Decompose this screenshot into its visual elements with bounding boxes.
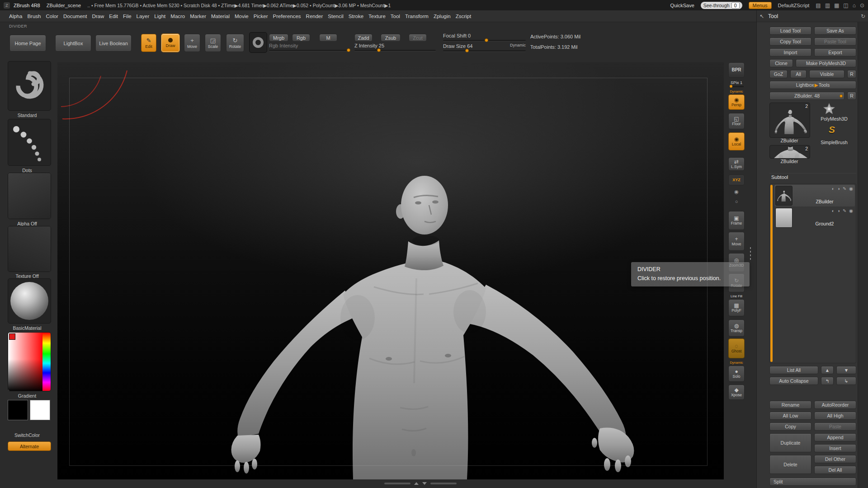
transp-button[interactable]: ◍ Transp (728, 319, 745, 337)
polyframe-button[interactable]: ▦ PolyF (728, 299, 745, 316)
append-button[interactable]: Append (814, 433, 856, 441)
tablet-icon[interactable]: ▦ (834, 3, 839, 8)
monitor-icon[interactable]: ▥ (825, 3, 830, 8)
spix-slider[interactable]: SPix 1 (727, 80, 745, 87)
menu-edit[interactable]: Edit (109, 14, 118, 19)
lsym-button[interactable]: ⇄ L.Sym (728, 157, 745, 171)
zsub-button[interactable]: Zsub (381, 34, 401, 42)
current-material-thumbnail[interactable] (8, 278, 51, 324)
place-in-tray-icon[interactable]: ↖ (760, 13, 764, 19)
brush-alpha-preview[interactable] (249, 32, 267, 53)
rgb-intensity-slider[interactable]: Rgb Intensity (269, 43, 350, 51)
menu-layer[interactable]: Layer (137, 14, 150, 19)
secondary-color-swatch[interactable] (30, 400, 50, 420)
menu-material[interactable]: Material (211, 14, 230, 19)
del-other-button[interactable]: Del Other (814, 455, 856, 463)
menu-preferences[interactable]: Preferences (273, 14, 301, 19)
goz-r-button[interactable]: R (847, 70, 856, 78)
tool-item-zbuilder-active[interactable]: 2 (769, 103, 810, 138)
duplicate-button[interactable]: Duplicate (769, 433, 811, 452)
z-intensity-handle[interactable] (377, 48, 381, 52)
polypaint-icon[interactable]: ◐ (832, 208, 835, 213)
current-brush-thumbnail[interactable] (8, 61, 51, 111)
home-page-button[interactable]: Home Page (9, 35, 46, 52)
current-texture-thumbnail[interactable] (8, 226, 51, 272)
see-through-slider[interactable]: See-through 0 (701, 2, 742, 9)
rgb-button[interactable]: Rgb (292, 34, 310, 42)
active-tool-slider[interactable]: ZBuilder. 48 (769, 92, 844, 100)
paste-subtool-button[interactable]: Paste (814, 422, 856, 431)
active-tool-slider-handle[interactable] (840, 94, 843, 98)
spix-track[interactable] (729, 86, 744, 87)
uv-icon[interactable]: ◑ (837, 208, 840, 213)
menu-marker[interactable]: Marker (190, 14, 206, 19)
canvas-scrollbar[interactable] (377, 480, 463, 487)
scale-mode-button[interactable]: ◲ Scale (205, 34, 221, 52)
alternate-button[interactable]: Alternate (8, 441, 51, 451)
persp-button[interactable]: ◉ Persp (728, 94, 745, 110)
goz-button[interactable]: GoZ (769, 70, 788, 78)
slider-r-button[interactable]: R (847, 92, 856, 100)
mrgb-button[interactable]: Mrgb (269, 34, 288, 42)
xpose-button[interactable]: ◆ Xpose (728, 385, 745, 400)
menu-picker[interactable]: Picker (254, 14, 268, 19)
menu-texture[interactable]: Texture (368, 14, 386, 19)
menu-movie[interactable]: Movie (235, 14, 249, 19)
menu-transform[interactable]: Transform (405, 14, 429, 19)
all-high-button[interactable]: All High (814, 412, 856, 420)
rgb-intensity-handle[interactable] (347, 48, 350, 52)
copy-tool-button[interactable]: Copy Tool (769, 38, 811, 46)
list-all-button[interactable]: List All (769, 366, 818, 374)
all-low-button[interactable]: All Low (769, 412, 811, 420)
draw-size-handle[interactable] (465, 49, 469, 52)
zoom-doc-icon[interactable]: ○ (732, 197, 741, 206)
load-tool-button[interactable]: Load Tool (769, 27, 811, 35)
menu-zscript[interactable]: Zscript (456, 14, 472, 19)
current-alpha-thumbnail[interactable] (8, 173, 51, 219)
insert-button[interactable]: Insert (814, 444, 856, 452)
tool-item-simplebrush[interactable]: S (826, 124, 837, 138)
menus-toggle-button[interactable]: Menus (749, 2, 772, 9)
fold-button[interactable]: ↰ (821, 377, 834, 385)
sliders-icon[interactable]: ▤ (816, 3, 821, 8)
quicksave-button[interactable]: QuickSave (670, 3, 694, 8)
z-intensity-track[interactable] (354, 50, 436, 51)
menu-brush[interactable]: Brush (27, 14, 41, 19)
menu-document[interactable]: Document (63, 14, 87, 19)
saturation-value-area[interactable] (8, 333, 43, 391)
focal-shift-track[interactable] (443, 40, 526, 41)
paste-tool-button[interactable]: Paste Tool (814, 38, 856, 46)
import-button[interactable]: Import (769, 48, 811, 56)
uv-icon[interactable]: ◑ (837, 186, 840, 191)
subtool-down-button[interactable]: ▼ (836, 366, 856, 374)
rgb-intensity-track[interactable] (269, 50, 350, 51)
menu-render[interactable]: Render (306, 14, 323, 19)
polypaint-icon[interactable]: ◐ (832, 186, 835, 191)
draw-mode-button[interactable]: Draw (161, 34, 179, 52)
zcut-button[interactable]: Zcut (409, 34, 427, 42)
save-as-button[interactable]: Save As (814, 27, 856, 35)
subtool-scrollbar[interactable] (770, 185, 773, 362)
bpr-render-button[interactable]: BPR (728, 62, 745, 78)
unfold-button[interactable]: ↳ (836, 377, 856, 385)
focal-shift-slider[interactable]: Focal Shift 0 (443, 33, 526, 41)
power-icon[interactable]: ⊙ (860, 3, 864, 8)
tray-scrollbar[interactable] (858, 22, 868, 488)
menu-color[interactable]: Color (46, 14, 58, 19)
tool-item-polymesh3d[interactable] (822, 103, 836, 115)
rename-button[interactable]: Rename (769, 401, 811, 409)
menu-tool[interactable]: Tool (391, 14, 400, 19)
edit-mode-button[interactable]: ✎ Edit (141, 34, 156, 52)
tool-palette-header[interactable]: ↖ Tool ↻ (757, 10, 868, 22)
subtool-row-zbuilder[interactable]: ◐ ◑ ✎ ◉ ZBuilder (774, 185, 855, 206)
lightbox-tools-button[interactable]: Lightbox ▶ Tools (769, 81, 856, 89)
make-polymesh3d-button[interactable]: Make PolyMesh3D (796, 59, 856, 67)
copy-subtool-button[interactable]: Copy (769, 422, 811, 431)
edit-icon[interactable]: ✎ (843, 186, 846, 191)
local-symmetry-button[interactable]: ◉ Local (728, 132, 745, 150)
dynamic-mode-label[interactable]: Dynamic (510, 43, 526, 47)
ghost-button[interactable]: ◌ Ghost (728, 338, 745, 358)
refresh-icon[interactable]: ↻ (861, 13, 865, 19)
subtool-up-button[interactable]: ▲ (821, 366, 834, 374)
zadd-button[interactable]: Zadd (354, 34, 373, 42)
